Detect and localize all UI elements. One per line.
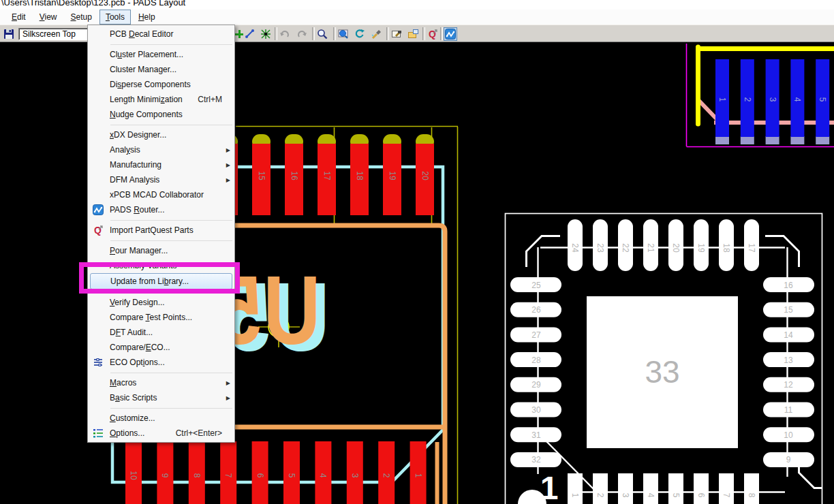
menu-item-shortcut: Ctrl+<Enter> xyxy=(176,428,230,438)
menu-item-cluster-placement[interactable]: Cluster Placement... xyxy=(88,47,234,62)
menu-item-nudge-components[interactable]: Nudge Components xyxy=(88,107,234,122)
menu-item-label: Analysis xyxy=(110,145,140,155)
svg-text:20: 20 xyxy=(671,243,681,253)
svg-text:32: 32 xyxy=(531,455,541,464)
menu-item-shortcut: Ctrl+M xyxy=(198,95,230,104)
redo-icon[interactable] xyxy=(295,27,309,41)
drafting-toolbar-icon[interactable] xyxy=(406,27,420,41)
svg-text:1: 1 xyxy=(570,493,580,498)
svg-text:27: 27 xyxy=(531,330,541,340)
menu-item-label: Compare/ECO... xyxy=(110,343,170,352)
svg-text:9: 9 xyxy=(786,455,791,464)
svg-text:1: 1 xyxy=(414,473,423,478)
options-icon xyxy=(93,428,104,439)
svg-text:26: 26 xyxy=(531,305,541,315)
menu-item-import-partquest-parts[interactable]: QImport PartQuest Parts xyxy=(88,223,234,238)
menu-item-label: Macros xyxy=(110,378,136,388)
menu-item-label: Import PartQuest Parts xyxy=(110,225,194,235)
menu-item-macros[interactable]: Macros▶ xyxy=(88,375,234,390)
svg-text:5: 5 xyxy=(671,493,681,498)
save-icon[interactable] xyxy=(2,27,16,41)
toolbar-separator xyxy=(422,27,425,40)
menu-item-manufacturing[interactable]: Manufacturing▶ xyxy=(88,157,234,172)
dip-bottom-pads[interactable]: 10987654321 xyxy=(125,441,427,504)
svg-text:13: 13 xyxy=(784,356,793,365)
menu-item-compare-test-points[interactable]: Compare Test Points... xyxy=(88,310,234,325)
menu-item-label: ECO Options... xyxy=(110,358,165,367)
menu-item-pads-router[interactable]: PADS Router... xyxy=(88,202,234,217)
svg-text:12: 12 xyxy=(784,380,793,390)
menubar: EditViewSetupToolsHelp xyxy=(0,10,834,25)
submenu-arrow-icon: ▶ xyxy=(226,177,230,183)
svg-text:10: 10 xyxy=(129,471,138,480)
refdes-silkscreen-top: U5 xyxy=(241,274,321,359)
cleanup-icon[interactable] xyxy=(369,27,383,41)
toolbar-separator xyxy=(440,27,443,40)
window-title: \Users\Tristan\Desktop\123.pcb - PADS La… xyxy=(1,0,834,7)
menu-item-pcb-decal-editor[interactable]: PCB Decal Editor xyxy=(88,27,234,42)
menu-item-pour-manager[interactable]: Pour Manager... xyxy=(88,243,234,258)
redraw-icon[interactable] xyxy=(353,27,367,41)
svg-text:6: 6 xyxy=(696,493,706,498)
submenu-arrow-icon: ▶ xyxy=(226,380,230,386)
partquest-icon[interactable]: Q xyxy=(426,27,439,41)
tools-menu: PCB Decal EditorCluster Placement...Clus… xyxy=(87,25,235,443)
svg-text:3: 3 xyxy=(350,473,360,478)
menu-item-label: PCB Decal Editor xyxy=(110,29,173,39)
ratsnest-icon[interactable] xyxy=(259,27,273,41)
update-from-library-highlight-annotation xyxy=(79,262,240,294)
menu-item-label: xPCB MCAD Collaborator xyxy=(110,190,204,200)
menu-item-dfm-analysis[interactable]: DFM Analysis▶ xyxy=(88,172,234,187)
menu-item-xdx-designer[interactable]: xDX Designer... xyxy=(88,127,234,142)
menu-item-customize[interactable]: Customize... xyxy=(88,411,234,426)
menu-item-eco-options[interactable]: ECO Options... xyxy=(88,355,234,370)
design-toolbar-icon[interactable] xyxy=(390,27,403,41)
svg-text:8: 8 xyxy=(192,473,202,478)
undo-icon[interactable] xyxy=(278,27,292,41)
menu-item-cluster-manager[interactable]: Cluster Manager... xyxy=(88,62,234,77)
connector-pads[interactable]: 12345 xyxy=(715,59,829,144)
menu-item-label: DFT Audit... xyxy=(110,328,153,337)
svg-text:11: 11 xyxy=(784,405,793,415)
submenu-arrow-icon: ▶ xyxy=(226,147,230,153)
svg-text:4: 4 xyxy=(792,97,802,102)
svg-text:8: 8 xyxy=(747,493,756,498)
menu-item-analysis[interactable]: Analysis▶ xyxy=(88,142,234,157)
menu-separator xyxy=(110,408,232,409)
menubar-item-edit[interactable]: Edit xyxy=(5,10,32,25)
menu-item-verify-design[interactable]: Verify Design... xyxy=(88,295,234,310)
menu-item-label: Options... xyxy=(110,428,144,438)
svg-text:15: 15 xyxy=(257,171,266,180)
svg-text:31: 31 xyxy=(531,430,541,440)
partquest-icon: Q xyxy=(93,225,104,236)
menu-item-options[interactable]: Options...Ctrl+<Enter> xyxy=(88,426,234,441)
menubar-item-help[interactable]: Help xyxy=(132,10,161,25)
connector-selection-outline-magenta xyxy=(687,44,834,147)
svg-text:4: 4 xyxy=(318,473,328,478)
menubar-item-tools[interactable]: Tools xyxy=(99,10,131,25)
menubar-item-view[interactable]: View xyxy=(33,10,63,25)
menu-item-label: PADS Router... xyxy=(110,205,165,215)
zoom-icon[interactable] xyxy=(315,27,329,41)
eco-options-icon xyxy=(93,357,104,368)
dip-top-pads[interactable]: 151617181920 xyxy=(219,134,434,215)
toolbar-separator xyxy=(386,27,389,40)
menu-item-xpcb-mcad-collaborator[interactable]: xPCB MCAD Collaborator xyxy=(88,187,234,202)
svg-text:9: 9 xyxy=(160,473,170,478)
menu-item-disperse-components[interactable]: Disperse Components xyxy=(88,77,234,92)
svg-text:22: 22 xyxy=(621,243,630,253)
menu-item-dft-audit[interactable]: DFT Audit... xyxy=(88,325,234,340)
board-zoom-icon[interactable] xyxy=(337,27,350,41)
add-route-icon[interactable] xyxy=(243,27,257,41)
svg-text:20: 20 xyxy=(420,171,430,180)
pads-router-icon[interactable] xyxy=(444,27,457,41)
svg-text:3: 3 xyxy=(768,97,777,102)
svg-text:14: 14 xyxy=(784,330,793,340)
menu-item-basic-scripts[interactable]: Basic Scripts▶ xyxy=(88,390,234,405)
menu-item-length-minimization[interactable]: Length MinimizationCtrl+M xyxy=(88,92,234,107)
svg-text:18: 18 xyxy=(722,243,731,253)
menu-item-compare-eco[interactable]: Compare/ECO... xyxy=(88,340,234,355)
qfn-right-pads: 161514131211109 xyxy=(763,277,814,467)
menubar-item-setup[interactable]: Setup xyxy=(65,10,98,25)
qfn-footprint[interactable]: 2423222120191817 12345678 25262728293031… xyxy=(506,214,822,504)
